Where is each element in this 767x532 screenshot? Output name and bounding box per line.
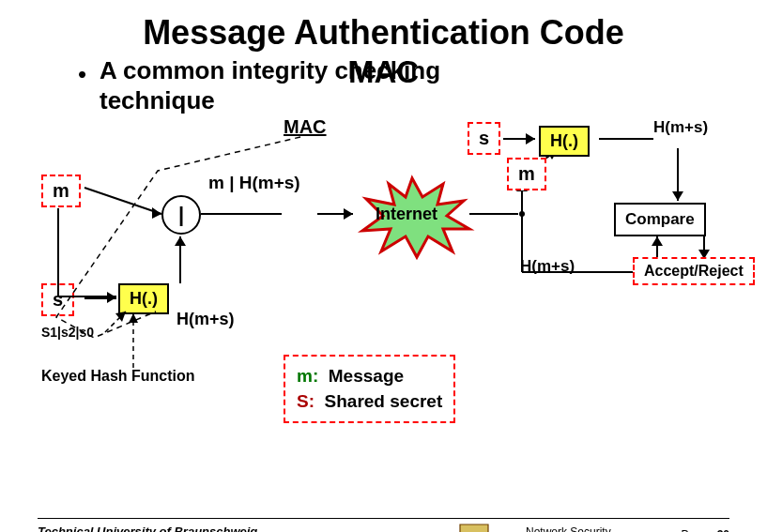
receiver-hms-bottom: H(m+s) (520, 257, 575, 276)
legend-s-key: S: (297, 391, 314, 411)
footer-course: Network Security (526, 524, 669, 532)
footer-page-number: 30 (717, 528, 729, 532)
svg-marker-26 (672, 191, 683, 201)
receiver-message-box: m (507, 158, 546, 190)
receiver-hms-top: H(m+s) (653, 118, 708, 137)
verdict-box: Accept/Reject (633, 257, 755, 285)
slide-footer: Technical University of Braunschweig IDA… (38, 518, 729, 524)
legend-m-val: Message (329, 366, 404, 386)
legend-box: m: Message S: Shared secret (284, 355, 455, 423)
svg-marker-21 (526, 133, 535, 144)
university-crest-icon (458, 523, 490, 532)
compare-block: Compare (614, 203, 706, 236)
footer-page-label: Page : (682, 528, 714, 532)
receiver-secret-box: s (468, 122, 500, 155)
svg-marker-30 (652, 236, 663, 246)
footer-university: Technical University of Braunschweig (38, 524, 376, 532)
legend-s-val: Shared secret (325, 391, 443, 411)
receiver-hash-block: H(.) (539, 126, 590, 157)
legend-m-key: m: (297, 366, 318, 386)
